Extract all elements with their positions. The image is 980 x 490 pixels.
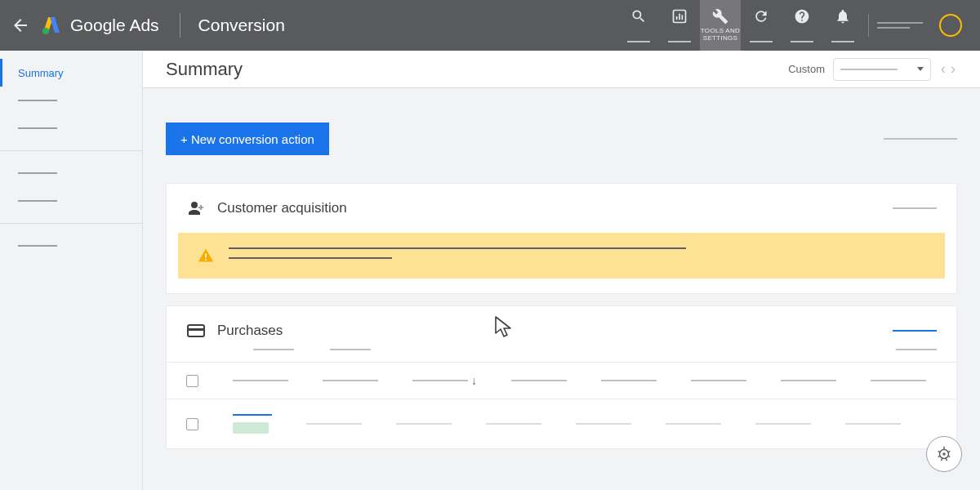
sidebar-item[interactable] <box>0 87 142 114</box>
placeholder-line <box>18 172 57 174</box>
placeholder-line <box>840 69 898 70</box>
date-pager: ‹ › <box>939 60 957 78</box>
placeholder-line <box>229 257 392 259</box>
placeholder-line <box>18 127 57 129</box>
sidebar-item[interactable] <box>0 232 142 260</box>
svg-rect-4 <box>682 15 684 20</box>
main: Summary Custom ‹ › + New conversion acti… <box>143 51 980 490</box>
svg-rect-2 <box>676 16 678 20</box>
table-cell <box>486 423 541 425</box>
account-placeholder[interactable] <box>877 22 923 29</box>
select-all-checkbox[interactable] <box>186 375 198 387</box>
bug-icon <box>935 445 953 463</box>
svg-rect-7 <box>205 259 207 261</box>
notifications-button[interactable] <box>822 0 863 51</box>
placeholder-line <box>229 247 686 249</box>
divider <box>0 223 142 224</box>
card-header: Purchases <box>167 306 956 349</box>
help-button[interactable] <box>782 0 822 51</box>
credit-card-icon <box>186 321 206 341</box>
new-conversion-action-button[interactable]: + New conversion action <box>166 122 329 155</box>
placeholder-line <box>18 100 57 101</box>
tools-settings-button[interactable]: TOOLS AND SETTINGS <box>700 0 741 51</box>
account-avatar[interactable] <box>939 14 962 37</box>
svg-rect-3 <box>679 14 680 20</box>
table-header-row: ↓ <box>167 362 956 399</box>
date-range-dropdown[interactable] <box>833 58 931 81</box>
svg-point-0 <box>42 28 49 34</box>
placeholder-line <box>627 41 650 42</box>
card-title: Customer acquisition <box>217 200 347 216</box>
card-header: Customer acquisition <box>167 184 956 233</box>
table-cell <box>306 423 362 425</box>
warning-banner <box>178 233 945 278</box>
date-prev-button[interactable]: ‹ <box>939 60 947 78</box>
customer-acquisition-card: Customer acquisition <box>166 183 957 294</box>
tools-label: TOOLS AND SETTINGS <box>700 28 741 42</box>
refresh-button[interactable] <box>741 0 782 51</box>
column-header[interactable] <box>781 380 836 381</box>
column-header[interactable] <box>233 380 288 381</box>
card-subheader <box>167 349 956 362</box>
column-header[interactable] <box>323 380 378 381</box>
reports-button[interactable] <box>659 0 700 51</box>
date-next-button[interactable]: › <box>949 60 957 78</box>
refresh-icon <box>753 8 769 24</box>
top-right-tools: TOOLS AND SETTINGS <box>618 0 962 51</box>
row-checkbox[interactable] <box>186 418 198 430</box>
svg-point-5 <box>191 202 198 208</box>
svg-rect-6 <box>205 254 207 258</box>
table-cell <box>845 423 901 425</box>
breadcrumb: Conversion <box>198 16 285 35</box>
column-header[interactable] <box>601 380 657 381</box>
link-placeholder[interactable] <box>893 330 937 332</box>
sidebar-item[interactable] <box>0 187 142 215</box>
chevron-down-icon <box>917 67 924 71</box>
placeholder-line <box>668 41 691 42</box>
search-button[interactable] <box>618 0 659 51</box>
page-header: Summary Custom ‹ › <box>143 51 980 88</box>
link-placeholder[interactable] <box>233 414 272 416</box>
table-cell <box>666 423 721 425</box>
divider <box>0 150 142 151</box>
status-badge <box>233 422 269 434</box>
sidebar: Summary <box>0 51 143 490</box>
wrench-icon <box>712 8 728 24</box>
placeholder-line <box>330 349 371 350</box>
column-header[interactable] <box>871 380 926 381</box>
table-cell <box>396 423 452 425</box>
app-title: Google Ads <box>70 16 159 35</box>
top-bar: Google Ads Conversion TOOLS AND SETTINGS <box>0 0 980 51</box>
table-row[interactable] <box>167 399 956 448</box>
sidebar-item-label: Summary <box>18 67 64 79</box>
divider <box>868 14 869 37</box>
content-area: + New conversion action Customer acquisi… <box>143 88 980 490</box>
placeholder-line <box>791 41 813 42</box>
card-title: Purchases <box>217 323 283 339</box>
arrow-left-icon <box>11 16 30 35</box>
placeholder-line <box>750 41 773 42</box>
google-ads-logo-icon <box>41 15 62 36</box>
placeholder-line <box>831 41 854 42</box>
date-range-label: Custom <box>788 63 825 75</box>
logo-area[interactable]: Google Ads <box>41 15 180 36</box>
placeholder-line <box>884 138 957 140</box>
help-icon <box>794 8 810 24</box>
table-cell <box>233 414 272 434</box>
feedback-button[interactable] <box>926 436 962 472</box>
layout: Summary Summary Custom ‹ › <box>0 51 980 490</box>
person-add-icon <box>186 198 206 218</box>
column-header[interactable] <box>511 380 567 381</box>
search-icon <box>630 8 647 24</box>
sort-down-icon: ↓ <box>471 374 477 387</box>
placeholder-line <box>412 380 468 381</box>
back-button[interactable] <box>0 16 41 35</box>
sidebar-item[interactable] <box>0 159 142 187</box>
placeholder-line <box>253 349 294 350</box>
sidebar-item-summary[interactable]: Summary <box>0 59 142 87</box>
column-header[interactable] <box>691 380 746 381</box>
warning-icon <box>198 247 214 264</box>
table-cell <box>576 423 631 425</box>
column-header-sorted[interactable]: ↓ <box>412 374 477 387</box>
sidebar-item[interactable] <box>0 114 142 142</box>
